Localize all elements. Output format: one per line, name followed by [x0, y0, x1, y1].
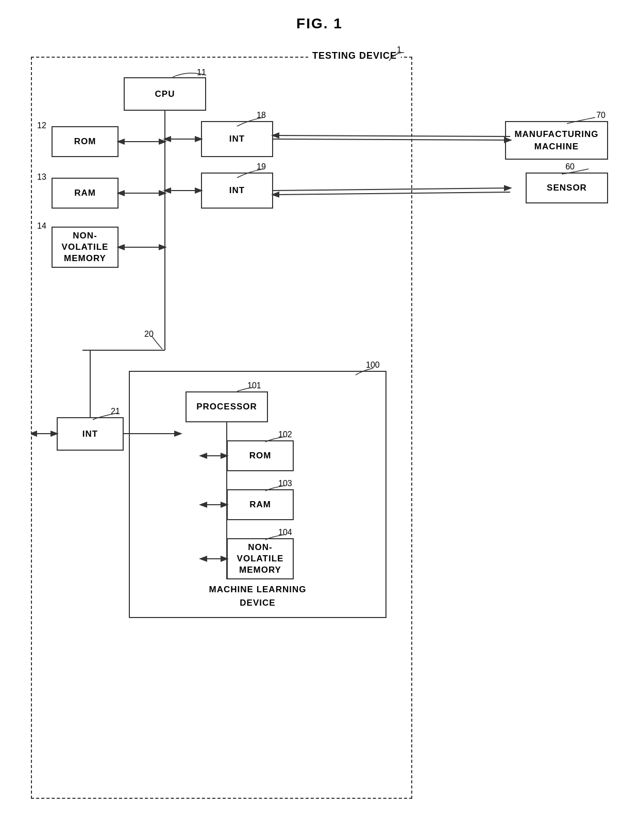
int21-box: INT	[57, 417, 124, 451]
processor-box: PROCESSOR	[186, 391, 268, 422]
testing-device-label: TESTING DEVICE	[308, 50, 401, 61]
mfg-label: MANUFACTURING MACHINE	[514, 128, 598, 153]
rom102-box: ROM	[227, 440, 294, 471]
ref-13: 13	[37, 173, 46, 182]
page-title: FIG. 1	[0, 0, 639, 32]
ml-device-label: MACHINE LEARNING DEVICE	[130, 583, 385, 609]
int19-box: INT	[201, 173, 273, 209]
ref-70: 70	[596, 111, 606, 120]
ref-102: 102	[278, 430, 292, 439]
cpu-box: CPU	[124, 77, 206, 111]
int18-box: INT	[201, 121, 273, 157]
ref-103: 103	[278, 479, 292, 488]
ref-14: 14	[37, 221, 46, 231]
ref-101: 101	[247, 381, 261, 390]
ref-20: 20	[144, 330, 154, 339]
ref-12: 12	[37, 121, 46, 130]
ref-11: 11	[197, 68, 206, 77]
rom-box: ROM	[52, 126, 119, 157]
nvm-box: NON- VOLATILE MEMORY	[52, 227, 119, 268]
ref-104: 104	[278, 528, 292, 537]
ram103-box: RAM	[227, 489, 294, 520]
ref-21: 21	[111, 407, 120, 416]
mfg-machine-box: MANUFACTURING MACHINE	[505, 121, 608, 160]
sensor-box: SENSOR	[526, 173, 608, 203]
ref-19: 19	[257, 162, 266, 172]
nvm-label: NON- VOLATILE MEMORY	[62, 230, 109, 264]
ref-60: 60	[565, 162, 575, 172]
nvm104-box: NON- VOLATILE MEMORY	[227, 538, 294, 579]
diagram: TESTING DEVICE 1 CPU 11 ROM 12 RAM 13 NO…	[31, 41, 608, 819]
ref-100: 100	[366, 361, 380, 370]
ref-18: 18	[257, 111, 266, 120]
ref-1: 1	[397, 45, 401, 55]
nvm104-label: NON- VOLATILE MEMORY	[237, 542, 284, 576]
ram-box: RAM	[52, 178, 119, 209]
